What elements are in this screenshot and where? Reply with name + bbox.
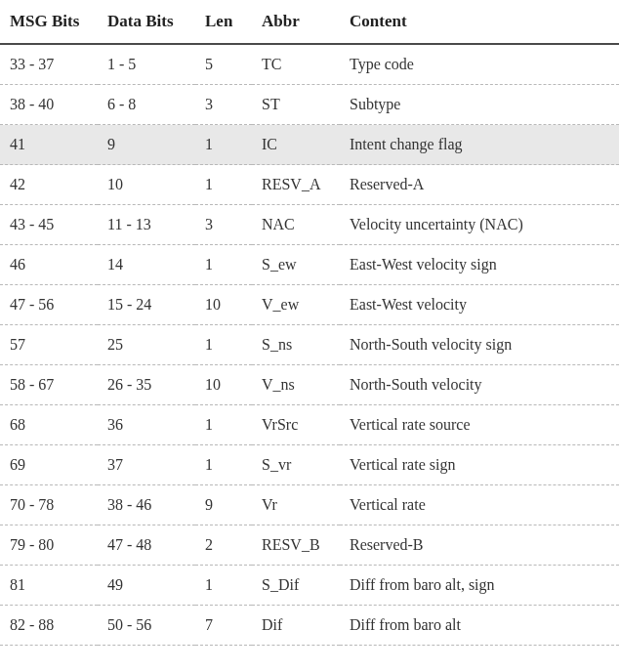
table-row: 69371S_vrVertical rate sign [0, 445, 619, 485]
cell-len: 1 [195, 165, 252, 205]
cell-data: 25 [98, 325, 195, 365]
cell-content: Vertical rate source [340, 405, 619, 445]
cell-content: Velocity uncertainty (NAC) [340, 205, 619, 245]
cell-len: 1 [195, 325, 252, 365]
cell-data: 50 - 56 [98, 606, 195, 646]
cell-abbr: Dif [252, 606, 340, 646]
cell-data: 15 - 24 [98, 285, 195, 325]
cell-abbr: ST [252, 85, 340, 125]
cell-content: Type code [340, 44, 619, 85]
cell-len: 7 [195, 606, 252, 646]
cell-abbr: Vr [252, 485, 340, 525]
cell-data: 26 - 35 [98, 365, 195, 405]
bit-field-table: MSG Bits Data Bits Len Abbr Content 33 -… [0, 0, 619, 646]
cell-len: 1 [195, 245, 252, 285]
cell-msg: 47 - 56 [0, 285, 98, 325]
cell-msg: 46 [0, 245, 98, 285]
cell-msg: 33 - 37 [0, 44, 98, 85]
table-row: 58 - 6726 - 3510V_nsNorth-South velocity [0, 365, 619, 405]
cell-len: 1 [195, 566, 252, 606]
cell-abbr: IC [252, 125, 340, 165]
table-header-row: MSG Bits Data Bits Len Abbr Content [0, 0, 619, 44]
cell-abbr: S_Dif [252, 566, 340, 606]
cell-abbr: RESV_A [252, 165, 340, 205]
table-row: 43 - 4511 - 133NACVelocity uncertainty (… [0, 205, 619, 245]
cell-len: 3 [195, 85, 252, 125]
table-row: 46141S_ewEast-West velocity sign [0, 245, 619, 285]
cell-msg: 69 [0, 445, 98, 485]
cell-msg: 70 - 78 [0, 485, 98, 525]
header-data-bits: Data Bits [98, 0, 195, 44]
cell-data: 47 - 48 [98, 525, 195, 566]
cell-len: 1 [195, 445, 252, 485]
cell-data: 38 - 46 [98, 485, 195, 525]
cell-len: 9 [195, 485, 252, 525]
cell-abbr: NAC [252, 205, 340, 245]
cell-content: East-West velocity sign [340, 245, 619, 285]
cell-data: 14 [98, 245, 195, 285]
cell-msg: 57 [0, 325, 98, 365]
cell-len: 5 [195, 44, 252, 85]
table-row: 79 - 8047 - 482RESV_BReserved-B [0, 525, 619, 566]
table-row: 70 - 7838 - 469VrVertical rate [0, 485, 619, 525]
cell-content: North-South velocity [340, 365, 619, 405]
table-row: 38 - 406 - 83STSubtype [0, 85, 619, 125]
cell-msg: 41 [0, 125, 98, 165]
cell-len: 3 [195, 205, 252, 245]
cell-content: East-West velocity [340, 285, 619, 325]
table-row: 4191ICIntent change flag [0, 125, 619, 165]
table-row: 81491S_DifDiff from baro alt, sign [0, 566, 619, 606]
cell-content: Diff from baro alt, sign [340, 566, 619, 606]
cell-len: 1 [195, 405, 252, 445]
cell-content: Reserved-B [340, 525, 619, 566]
cell-content: North-South velocity sign [340, 325, 619, 365]
cell-content: Subtype [340, 85, 619, 125]
cell-msg: 38 - 40 [0, 85, 98, 125]
table-row: 82 - 8850 - 567DifDiff from baro alt [0, 606, 619, 646]
cell-abbr: RESV_B [252, 525, 340, 566]
table-row: 57251S_nsNorth-South velocity sign [0, 325, 619, 365]
cell-abbr: VrSrc [252, 405, 340, 445]
cell-abbr: TC [252, 44, 340, 85]
cell-msg: 79 - 80 [0, 525, 98, 566]
cell-msg: 82 - 88 [0, 606, 98, 646]
header-len: Len [195, 0, 252, 44]
cell-data: 6 - 8 [98, 85, 195, 125]
table-row: 47 - 5615 - 2410V_ewEast-West velocity [0, 285, 619, 325]
cell-abbr: S_ew [252, 245, 340, 285]
cell-msg: 81 [0, 566, 98, 606]
cell-data: 37 [98, 445, 195, 485]
cell-data: 49 [98, 566, 195, 606]
cell-abbr: V_ns [252, 365, 340, 405]
cell-len: 10 [195, 285, 252, 325]
cell-len: 1 [195, 125, 252, 165]
cell-data: 1 - 5 [98, 44, 195, 85]
cell-content: Intent change flag [340, 125, 619, 165]
cell-content: Vertical rate sign [340, 445, 619, 485]
cell-data: 10 [98, 165, 195, 205]
table-row: 33 - 371 - 55TCType code [0, 44, 619, 85]
cell-content: Diff from baro alt [340, 606, 619, 646]
cell-data: 9 [98, 125, 195, 165]
header-abbr: Abbr [252, 0, 340, 44]
header-content: Content [340, 0, 619, 44]
cell-abbr: S_vr [252, 445, 340, 485]
table-row: 68361VrSrcVertical rate source [0, 405, 619, 445]
cell-msg: 43 - 45 [0, 205, 98, 245]
cell-content: Vertical rate [340, 485, 619, 525]
cell-data: 11 - 13 [98, 205, 195, 245]
cell-msg: 68 [0, 405, 98, 445]
cell-len: 2 [195, 525, 252, 566]
cell-msg: 58 - 67 [0, 365, 98, 405]
cell-content: Reserved-A [340, 165, 619, 205]
table-row: 42101RESV_AReserved-A [0, 165, 619, 205]
cell-msg: 42 [0, 165, 98, 205]
cell-len: 10 [195, 365, 252, 405]
cell-abbr: V_ew [252, 285, 340, 325]
header-msg-bits: MSG Bits [0, 0, 98, 44]
cell-abbr: S_ns [252, 325, 340, 365]
cell-data: 36 [98, 405, 195, 445]
